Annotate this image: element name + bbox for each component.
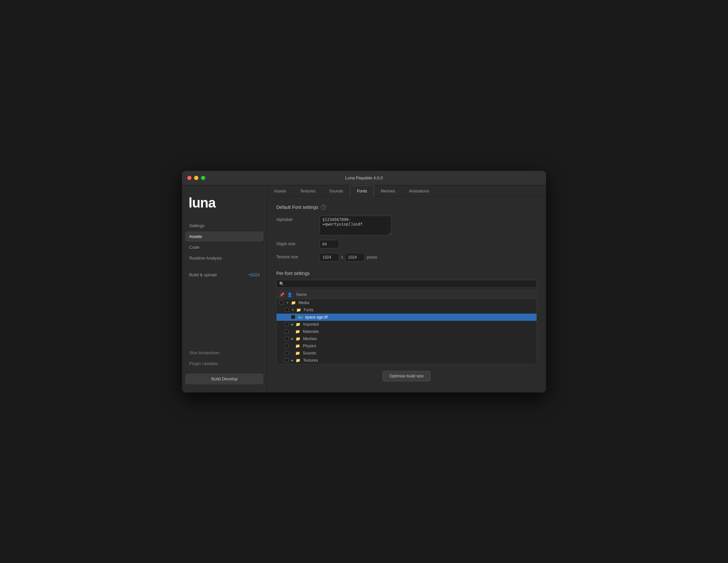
tree-item-label: Textures — [303, 358, 318, 363]
tab-animations[interactable]: Animations — [402, 185, 436, 197]
sidebar: luna Settings Assets Code Runtime Analys… — [182, 185, 267, 392]
tree-row[interactable]: 📁 Sounds — [277, 350, 537, 357]
logo: luna — [189, 195, 260, 211]
tab-fonts[interactable]: Fonts — [350, 185, 374, 197]
sidebar-footer: Size breakdown Plugin Updates — [182, 348, 267, 369]
app-window: Luna Playable 4.0.0 luna Settings Assets… — [182, 171, 546, 392]
texture-size-label: Texture size — [276, 253, 316, 259]
main-content: luna Settings Assets Code Runtime Analys… — [182, 185, 546, 392]
folder-icon: 📁 — [291, 300, 296, 305]
per-font-settings-heading: Per-font settings — [276, 271, 537, 276]
tab-assets[interactable]: Assets — [267, 185, 293, 197]
tree-item-label: Physics — [303, 344, 316, 348]
tree-item-label: Meshes — [303, 336, 317, 341]
sidebar-item-size-breakdown[interactable]: Size breakdown — [185, 348, 264, 358]
tree-item-label: Sounds — [303, 351, 316, 355]
sidebar-build-upload[interactable]: Build & upload •1023 — [185, 270, 264, 280]
build-upload-label: Build & upload — [189, 272, 217, 277]
build-badge: •1023 — [249, 272, 260, 277]
tab-textures[interactable]: Textures — [293, 185, 322, 197]
logo-area: luna — [182, 192, 267, 221]
expand-arrow-icon: ▼ — [286, 301, 289, 304]
expand-arrow-icon: ▶ — [291, 359, 294, 362]
optimise-build-size-button[interactable]: Optimise build size — [383, 371, 431, 381]
tree-item-label: Materials — [303, 329, 319, 334]
close-button[interactable] — [187, 176, 191, 180]
tree-user-icon[interactable]: 👤 — [287, 292, 292, 297]
search-input[interactable] — [286, 281, 534, 286]
build-develop-button[interactable]: Build Develop — [185, 373, 264, 384]
search-icon: 🔍 — [279, 281, 284, 286]
tree-row[interactable]: ▶ 📁 Imported — [277, 321, 537, 328]
tree-row[interactable]: ▶ 📁 Textures — [277, 357, 537, 364]
folder-icon: 📁 — [295, 344, 300, 348]
tree-row[interactable]: Aa space age.ttf — [277, 314, 537, 321]
glyph-size-row: Glyph size — [276, 240, 537, 248]
tree-checkbox[interactable] — [284, 336, 289, 341]
texture-size-row: Texture size x pixels — [276, 253, 537, 262]
folder-icon: 📁 — [295, 351, 300, 355]
tree-checkbox[interactable] — [284, 358, 289, 362]
optimise-btn-area: Optimise build size — [276, 364, 537, 385]
maximize-button[interactable] — [201, 176, 205, 180]
sidebar-item-assets[interactable]: Assets — [185, 231, 264, 242]
texture-size-unit: pixels — [367, 255, 377, 260]
sidebar-item-runtime-analysis[interactable]: Runtime Analysis — [185, 253, 264, 263]
tree-item-label: Fonts — [304, 308, 314, 312]
minimize-button[interactable] — [194, 176, 198, 180]
glyph-size-input[interactable] — [319, 240, 339, 248]
sidebar-item-settings[interactable]: Settings — [185, 221, 264, 231]
per-font-section: Per-font settings 🔍 📌 👤 Name — [276, 271, 537, 364]
texture-size-inputs: x pixels — [319, 253, 377, 262]
tab-meshes[interactable]: Meshes — [374, 185, 402, 197]
tree-item-label: space age.ttf — [305, 315, 328, 319]
expand-arrow-icon: ▼ — [291, 308, 294, 312]
titlebar: Luna Playable 4.0.0 — [182, 171, 546, 185]
nav-items: Settings Assets Code Runtime Analysis — [182, 221, 267, 263]
search-bar: 🔍 — [276, 280, 537, 288]
folder-icon: 📁 — [296, 308, 301, 312]
folder-icon: 📁 — [296, 336, 300, 341]
sidebar-item-code[interactable]: Code — [185, 242, 264, 252]
texture-size-width-input[interactable] — [319, 253, 339, 262]
tree-checkbox[interactable] — [284, 322, 289, 326]
expand-arrow-icon: ▶ — [291, 323, 294, 326]
sidebar-item-plugin-updates[interactable]: Plugin Updates — [185, 358, 264, 369]
tree-checkbox[interactable] — [291, 315, 295, 319]
tree-body: ▼ 📁 Media ▼ 📁 Fonts — [277, 299, 537, 364]
tree-checkbox[interactable] — [284, 308, 289, 312]
glyph-size-label: Glyph size — [276, 240, 316, 246]
tree-row[interactable]: ▼ 📁 Media — [277, 299, 537, 306]
font-icon: Aa — [298, 315, 302, 319]
content-area: Assets Textures Sounds Fonts Meshes Anim… — [267, 185, 546, 392]
traffic-lights — [187, 176, 205, 180]
expand-arrow-icon: ▶ — [291, 337, 294, 340]
folder-icon: 📁 — [296, 322, 300, 327]
tree-checkbox[interactable] — [284, 344, 289, 348]
file-tree: 📌 👤 Name ▼ 📁 Media — [276, 290, 537, 364]
texture-size-x: x — [341, 255, 343, 260]
tree-checkbox[interactable] — [279, 300, 283, 305]
alphabet-row: Alphabet — [276, 216, 537, 235]
help-icon[interactable]: ? — [321, 205, 326, 210]
folder-icon: 📁 — [296, 358, 300, 363]
texture-size-height-input[interactable] — [345, 253, 365, 262]
tree-checkbox[interactable] — [284, 351, 289, 355]
tree-item-label: Imported — [303, 322, 319, 327]
default-font-settings-heading: Default Font settings ? — [276, 205, 537, 210]
tabs-bar: Assets Textures Sounds Fonts Meshes Anim… — [267, 185, 546, 197]
tree-pin-icon[interactable]: 📌 — [279, 292, 284, 297]
folder-icon: 📁 — [295, 329, 300, 334]
tree-row[interactable]: 📁 Physics — [277, 342, 537, 350]
tree-header: 📌 👤 Name — [277, 291, 537, 299]
tree-item-label: Media — [299, 300, 309, 305]
alphabet-input[interactable] — [319, 216, 391, 235]
tree-checkbox[interactable] — [284, 329, 289, 334]
fonts-panel: Default Font settings ? Alphabet Glyph s… — [267, 197, 546, 392]
alphabet-label: Alphabet — [276, 216, 316, 222]
tree-row[interactable]: ▶ 📁 Meshes — [277, 335, 537, 342]
tree-row[interactable]: 📁 Materials — [277, 328, 537, 335]
tab-sounds[interactable]: Sounds — [322, 185, 350, 197]
window-title: Luna Playable 4.0.0 — [345, 175, 383, 180]
tree-row[interactable]: ▼ 📁 Fonts — [277, 306, 537, 314]
